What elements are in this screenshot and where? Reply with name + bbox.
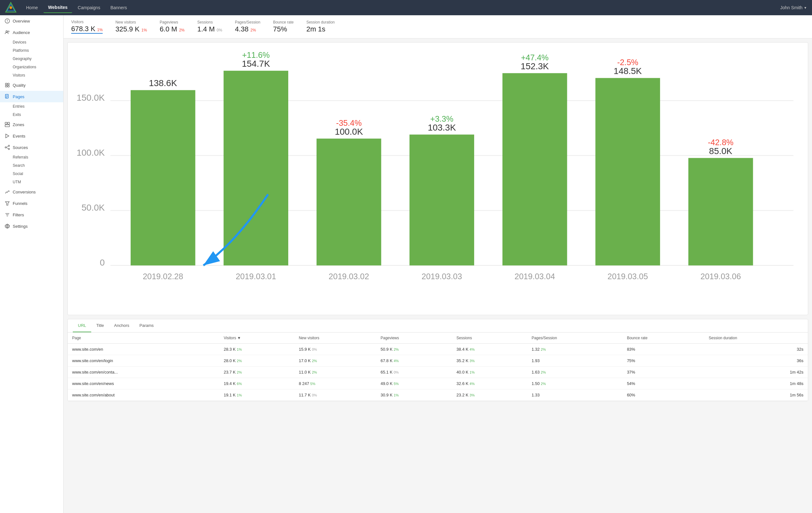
tab-url[interactable]: URL — [73, 319, 91, 332]
nav-banners[interactable]: Banners — [106, 3, 131, 13]
tab-params[interactable]: Params — [135, 319, 159, 332]
td-bounce-rate: 37% — [622, 366, 704, 378]
change-badge: 2% — [541, 348, 546, 351]
main-content: Visitors 678.3 K 1% New visitors 325.9 K… — [63, 15, 812, 513]
stat-pageviews-change: 2% — [179, 28, 184, 32]
td-new-visitors: 15.9 K 0% — [294, 343, 376, 355]
svg-rect-8 — [5, 83, 7, 85]
td-bounce-rate: 54% — [622, 378, 704, 389]
bar-3[interactable] — [409, 135, 474, 266]
tab-title[interactable]: Title — [91, 319, 109, 332]
sidebar-item-conversions[interactable]: Conversions — [0, 186, 63, 198]
x-label-1: 2019.03.01 — [236, 272, 276, 281]
th-page: Page — [68, 333, 219, 344]
overview-icon — [4, 18, 10, 24]
stat-pages-session-change: 2% — [251, 28, 256, 32]
table-container: URL Title Anchors Params Page Visitors ▼… — [67, 319, 808, 401]
bar-2[interactable] — [317, 139, 381, 265]
stat-bounce-rate: Bounce rate 75% — [273, 20, 294, 33]
bar-change-5: -2.5% — [617, 58, 638, 67]
x-label-4: 2019.03.04 — [515, 272, 555, 281]
sidebar-sub-platforms[interactable]: Platforms — [0, 47, 63, 55]
svg-line-23 — [6, 146, 8, 147]
change-badge: 2% — [237, 370, 242, 374]
sidebar-sub-exits[interactable]: Exits — [0, 111, 63, 119]
table-body: www.site.com/en 28.3 K 1% 15.9 K 0% 50.9… — [68, 343, 808, 400]
bar-4[interactable] — [502, 73, 567, 265]
sidebar-sub-visitors[interactable]: Visitors — [0, 71, 63, 80]
sidebar-sub-utm[interactable]: UTM — [0, 178, 63, 186]
bar-label-1: 154.7K — [242, 59, 270, 69]
td-new-visitors: 17.0 K 2% — [294, 355, 376, 366]
stat-sessions-value: 1.4 M — [197, 25, 215, 33]
sidebar-item-sources[interactable]: Sources — [0, 142, 63, 153]
logo[interactable] — [5, 2, 17, 13]
sidebar-item-overview[interactable]: Overview — [0, 15, 63, 27]
y-label-50k: 50.0K — [82, 203, 105, 212]
sidebar-sub-devices[interactable]: Devices — [0, 38, 63, 47]
th-bounce-rate: Bounce rate — [622, 333, 704, 344]
stat-visitors-label: Visitors — [71, 20, 103, 24]
td-page: www.site.com/en/conta... — [68, 366, 219, 378]
change-badge: 5% — [310, 382, 315, 386]
svg-rect-18 — [5, 125, 9, 127]
bar-label-3: 103.3K — [428, 123, 456, 132]
change-badge: 1% — [394, 393, 399, 397]
sidebar-item-settings[interactable]: Settings — [0, 220, 63, 232]
stat-sessions-label: Sessions — [197, 20, 222, 25]
svg-rect-17 — [8, 122, 9, 124]
sidebar-item-audience[interactable]: Audience — [0, 27, 63, 38]
nav-campaigns[interactable]: Campaigns — [74, 3, 105, 13]
sidebar-item-quality[interactable]: Quality — [0, 80, 63, 91]
table-header-row: Page Visitors ▼ New visitors Pageviews S… — [68, 333, 808, 344]
td-pageviews: 49.0 K 5% — [376, 378, 452, 389]
svg-point-2 — [9, 6, 12, 9]
sources-icon — [4, 145, 10, 150]
sidebar-sub-search[interactable]: Search — [0, 161, 63, 170]
svg-point-6 — [6, 31, 8, 32]
settings-icon — [4, 223, 10, 229]
bar-6[interactable] — [688, 158, 753, 265]
x-label-2: 2019.03.02 — [329, 272, 369, 281]
bar-1[interactable] — [224, 71, 288, 266]
chart-container: 0 50.0K 100.0K 150.0K 138.6K 154.7K +11.… — [67, 42, 808, 315]
sidebar-label-conversions: Conversions — [13, 190, 36, 194]
svg-point-29 — [7, 225, 8, 227]
sidebar-label-quality: Quality — [13, 83, 25, 88]
tab-anchors[interactable]: Anchors — [109, 319, 135, 332]
nav-home[interactable]: Home — [22, 3, 42, 13]
bar-5[interactable] — [595, 78, 660, 266]
change-badge: 2% — [541, 370, 546, 374]
change-badge: 2% — [312, 370, 317, 374]
sidebar-item-filters[interactable]: Filters — [0, 209, 63, 220]
bar-0[interactable] — [130, 90, 195, 266]
sidebar-item-zones[interactable]: Zones — [0, 119, 63, 130]
sidebar-sub-social[interactable]: Social — [0, 170, 63, 178]
svg-line-24 — [6, 148, 8, 149]
sidebar-item-funnels[interactable]: Funnels — [0, 198, 63, 209]
events-icon — [4, 133, 10, 139]
user-menu[interactable]: John Smith ▼ — [780, 5, 807, 10]
stat-visitors: Visitors 678.3 K 1% — [71, 20, 103, 34]
stat-visitors-change: 1% — [97, 28, 103, 32]
sidebar-sub-geography[interactable]: Geography — [0, 55, 63, 63]
bar-change-1: +11.6% — [242, 51, 270, 59]
sidebar-sub-referrals[interactable]: Referrals — [0, 153, 63, 161]
th-visitors[interactable]: Visitors ▼ — [219, 333, 294, 344]
sidebar-item-pages[interactable]: Pages — [0, 91, 63, 102]
change-badge: 5% — [394, 382, 399, 386]
change-badge: 1% — [470, 370, 475, 374]
change-badge: 2% — [394, 348, 399, 351]
main-layout: Overview Audience Devices Platforms Geog… — [0, 15, 812, 513]
sidebar-sub-entries[interactable]: Entries — [0, 102, 63, 111]
td-page: www.site.com/en/about — [68, 389, 219, 400]
nav-websites[interactable]: Websites — [44, 2, 72, 13]
sidebar-item-events[interactable]: Events — [0, 130, 63, 142]
svg-point-22 — [8, 148, 9, 150]
th-session-duration: Session duration — [704, 333, 808, 344]
td-page: www.site.com/en/news — [68, 378, 219, 389]
bar-label-2: 100.0K — [335, 127, 363, 137]
sidebar-sub-organizations[interactable]: Organizations — [0, 63, 63, 71]
change-badge: 4% — [394, 359, 399, 363]
zones-icon — [4, 122, 10, 127]
